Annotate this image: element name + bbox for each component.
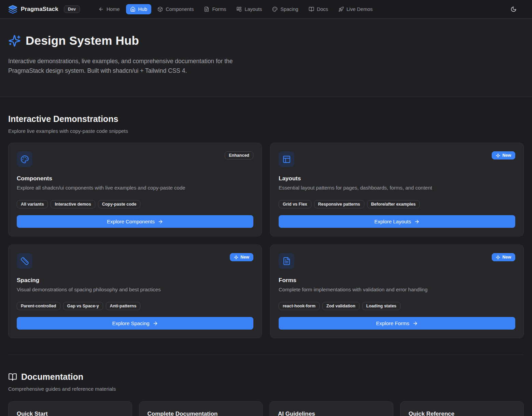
main-nav: Home Hub Components Forms Layouts (94, 4, 377, 14)
nav-item-home[interactable]: Home (94, 4, 124, 14)
card-description: Complete form implementations with valid… (279, 287, 515, 292)
sparkles-icon (496, 255, 500, 260)
status-badge: New (230, 253, 253, 261)
demos-section-head: Interactive Demonstrations Explore live … (8, 97, 524, 134)
nav-label-docs: Docs (317, 6, 328, 12)
tag: Parent-controlled (17, 302, 60, 310)
demo-card-components: Enhanced Components Explore all shadcn/u… (8, 143, 262, 236)
demo-card-spacing: New Spacing Visual demonstrations of spa… (8, 245, 262, 338)
sparkles-icon (496, 153, 500, 158)
doc-card-title: Quick Reference (409, 411, 516, 416)
card-title: Forms (279, 277, 515, 284)
ruler-icon (20, 257, 29, 265)
doc-card-quick-start[interactable]: Quick Start 5-minute crash course (8, 401, 132, 416)
status-badge-label: New (502, 153, 511, 158)
env-badge: Dev (64, 5, 80, 13)
arrow-right-icon (158, 219, 163, 224)
file-text-icon (282, 257, 291, 265)
tag: react-hook-form (279, 302, 320, 310)
explore-button-label: Explore Components (107, 219, 155, 224)
tag-row: All variants Interactive demos Copy-past… (17, 200, 253, 208)
tag: Responsive patterns (314, 200, 364, 208)
nav-item-hub[interactable]: Hub (126, 4, 152, 14)
box-icon (157, 6, 163, 12)
tag: Loading states (362, 302, 401, 310)
brand[interactable]: PragmaStack Dev (8, 5, 80, 14)
components-icon-tile (17, 151, 32, 167)
demo-card-grid: Enhanced Components Explore all shadcn/u… (8, 143, 524, 338)
docs-section-head: Documentation Comprehensive guides and r… (8, 355, 524, 392)
nav-item-forms[interactable]: Forms (200, 4, 230, 14)
docs-subheading: Comprehensive guides and reference mater… (8, 386, 524, 392)
demo-card-forms: New Forms Complete form implementations … (270, 245, 524, 338)
card-description: Explore all shadcn/ui components with li… (17, 185, 253, 191)
layout-dashboard-icon (236, 6, 242, 12)
main-content: Interactive Demonstrations Explore live … (0, 97, 532, 416)
card-title: Components (17, 175, 253, 182)
file-text-icon (204, 6, 209, 12)
spacing-icon-tile (17, 253, 32, 269)
moon-icon (510, 6, 517, 12)
doc-card-title: AI Guidelines (278, 411, 385, 416)
doc-card-complete-documentation[interactable]: Complete Documentation Full design syste… (139, 401, 263, 416)
status-badge: Enhanced (225, 151, 253, 160)
tag-row: Parent-controlled Gap vs Space-y Anti-pa… (17, 302, 253, 310)
explore-components-button[interactable]: Explore Components (17, 215, 253, 228)
explore-forms-button[interactable]: Explore Forms (279, 317, 515, 330)
doc-card-title: Quick Start (17, 411, 124, 416)
palette-icon (272, 6, 278, 12)
nav-label-forms: Forms (212, 6, 226, 12)
docs-card-grid: Quick Start 5-minute crash course Comple… (8, 401, 524, 416)
layouts-icon-tile (279, 151, 294, 167)
nav-label-components: Components (166, 6, 194, 12)
forms-icon-tile (279, 253, 294, 269)
sparkles-icon (234, 255, 238, 260)
tag: Gap vs Space-y (63, 302, 103, 310)
tag: All variants (17, 200, 48, 208)
tag: Anti-patterns (106, 302, 141, 310)
explore-button-label: Explore Forms (376, 320, 409, 326)
demo-card-layouts: New Layouts Essential layout patterns fo… (270, 143, 524, 236)
doc-card-ai-guidelines[interactable]: AI Guidelines Rules for AI code generati… (269, 401, 393, 416)
book-open-icon (309, 6, 314, 12)
nav-item-spacing[interactable]: Spacing (268, 4, 302, 14)
card-title: Spacing (17, 277, 253, 284)
sparkles-icon (8, 34, 21, 47)
arrow-right-icon (414, 219, 420, 224)
nav-item-layouts[interactable]: Layouts (232, 4, 266, 14)
theme-toggle-button[interactable] (507, 3, 520, 15)
card-description: Essential layout patterns for pages, das… (279, 185, 515, 191)
tag-row: Grid vs Flex Responsive patterns Before/… (279, 200, 515, 208)
book-open-icon (8, 373, 17, 382)
tag: Interactive demos (51, 200, 95, 208)
status-badge: New (492, 151, 515, 160)
home-icon (130, 6, 136, 12)
nav-item-live-demos[interactable]: Live Demos (334, 4, 377, 14)
brand-name: PragmaStack (21, 6, 58, 13)
panels-top-left-icon (282, 155, 291, 164)
arrow-right-icon (412, 321, 418, 326)
tag-row: react-hook-form Zod validation Loading s… (279, 302, 515, 310)
doc-card-quick-reference[interactable]: Quick Reference Cheat sheet for lookups (400, 401, 524, 416)
status-badge-label: New (502, 255, 511, 260)
demos-heading: Interactive Demonstrations (8, 114, 524, 124)
tag: Before/after examples (367, 200, 420, 208)
page-title: Design System Hub (26, 34, 139, 47)
demos-subheading: Explore live examples with copy-paste co… (8, 128, 524, 134)
explore-button-label: Explore Spacing (112, 320, 149, 326)
explore-layouts-button[interactable]: Explore Layouts (279, 215, 515, 228)
status-badge-label: New (240, 255, 249, 260)
nav-item-components[interactable]: Components (153, 4, 198, 14)
card-title: Layouts (279, 175, 515, 182)
status-badge: New (492, 253, 515, 261)
explore-spacing-button[interactable]: Explore Spacing (17, 317, 253, 330)
nav-label-spacing: Spacing (280, 6, 298, 12)
top-navbar: PragmaStack Dev Home Hub Components Fo (0, 0, 532, 19)
tag: Copy-paste code (98, 200, 141, 208)
rocket-icon (338, 6, 344, 12)
page-subtitle: Interactive demonstrations, live example… (8, 56, 263, 75)
tag: Grid vs Flex (279, 200, 311, 208)
tag: Zod validation (322, 302, 360, 310)
nav-item-docs[interactable]: Docs (305, 4, 332, 14)
nav-label-hub: Hub (138, 6, 148, 12)
